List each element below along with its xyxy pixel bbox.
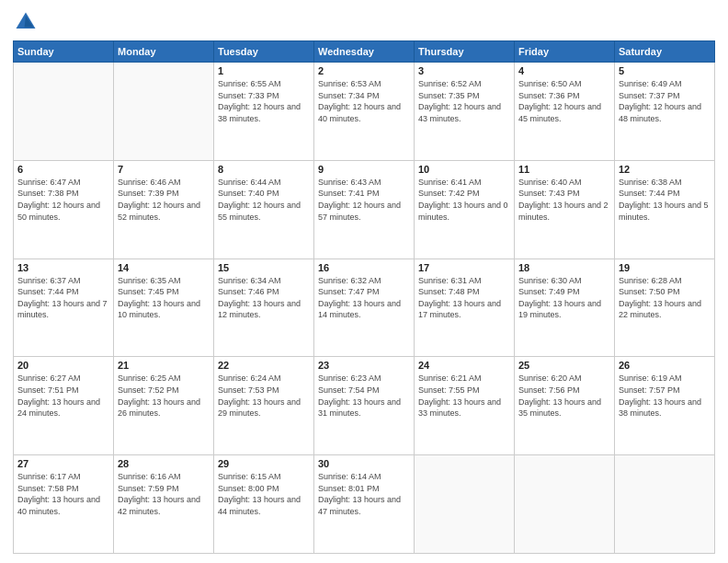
calendar-cell: 28Sunrise: 6:16 AMSunset: 7:59 PMDayligh…: [114, 455, 214, 554]
calendar-cell: 23Sunrise: 6:23 AMSunset: 7:54 PMDayligh…: [314, 357, 415, 455]
day-detail: Sunrise: 6:27 AMSunset: 7:51 PMDaylight:…: [17, 373, 109, 419]
page: SundayMondayTuesdayWednesdayThursdayFrid…: [0, 0, 728, 563]
day-detail: Sunrise: 6:25 AMSunset: 7:52 PMDaylight:…: [118, 373, 210, 419]
weekday-header: Monday: [114, 41, 214, 63]
weekday-header: Wednesday: [314, 41, 415, 63]
calendar-cell: 5Sunrise: 6:49 AMSunset: 7:37 PMDaylight…: [615, 63, 715, 161]
logo-icon: [13, 9, 39, 35]
calendar-cell: 12Sunrise: 6:38 AMSunset: 7:44 PMDayligh…: [615, 160, 715, 259]
calendar-cell: 8Sunrise: 6:44 AMSunset: 7:40 PMDaylight…: [214, 160, 314, 259]
day-number: 11: [518, 164, 610, 175]
header: [13, 9, 715, 35]
weekday-header: Sunday: [14, 41, 114, 63]
calendar-cell: 18Sunrise: 6:30 AMSunset: 7:49 PMDayligh…: [515, 259, 615, 357]
day-detail: Sunrise: 6:30 AMSunset: 7:49 PMDaylight:…: [518, 275, 610, 321]
day-number: 3: [418, 65, 510, 76]
calendar-cell: [615, 455, 715, 554]
day-detail: Sunrise: 6:14 AMSunset: 8:01 PMDaylight:…: [318, 471, 410, 517]
calendar-cell: [515, 455, 615, 554]
day-number: 16: [318, 262, 410, 273]
calendar-cell: 27Sunrise: 6:17 AMSunset: 7:58 PMDayligh…: [14, 455, 114, 554]
day-number: 1: [218, 65, 310, 76]
day-number: 10: [418, 164, 510, 175]
calendar-cell: 29Sunrise: 6:15 AMSunset: 8:00 PMDayligh…: [214, 455, 314, 554]
calendar-cell: [415, 455, 515, 554]
calendar-cell: 25Sunrise: 6:20 AMSunset: 7:56 PMDayligh…: [515, 357, 615, 455]
weekday-header: Thursday: [415, 41, 515, 63]
day-number: 5: [619, 65, 711, 76]
calendar-cell: 14Sunrise: 6:35 AMSunset: 7:45 PMDayligh…: [114, 259, 214, 357]
svg-marker-1: [25, 16, 34, 28]
calendar-cell: 22Sunrise: 6:24 AMSunset: 7:53 PMDayligh…: [214, 357, 314, 455]
day-number: 12: [619, 164, 711, 175]
calendar-cell: 20Sunrise: 6:27 AMSunset: 7:51 PMDayligh…: [14, 357, 114, 455]
day-number: 13: [17, 262, 109, 273]
day-number: 30: [318, 458, 410, 469]
day-number: 18: [518, 262, 610, 273]
calendar-cell: 19Sunrise: 6:28 AMSunset: 7:50 PMDayligh…: [615, 259, 715, 357]
day-detail: Sunrise: 6:28 AMSunset: 7:50 PMDaylight:…: [619, 275, 711, 321]
calendar-cell: 6Sunrise: 6:47 AMSunset: 7:38 PMDaylight…: [14, 160, 114, 259]
calendar-cell: 11Sunrise: 6:40 AMSunset: 7:43 PMDayligh…: [515, 160, 615, 259]
day-detail: Sunrise: 6:44 AMSunset: 7:40 PMDaylight:…: [218, 177, 310, 223]
day-detail: Sunrise: 6:41 AMSunset: 7:42 PMDaylight:…: [418, 177, 510, 223]
calendar-cell: 2Sunrise: 6:53 AMSunset: 7:34 PMDaylight…: [314, 63, 415, 161]
weekday-header: Friday: [515, 41, 615, 63]
day-detail: Sunrise: 6:50 AMSunset: 7:36 PMDaylight:…: [518, 78, 610, 124]
day-detail: Sunrise: 6:53 AMSunset: 7:34 PMDaylight:…: [318, 78, 410, 124]
day-detail: Sunrise: 6:19 AMSunset: 7:57 PMDaylight:…: [619, 373, 711, 419]
day-detail: Sunrise: 6:40 AMSunset: 7:43 PMDaylight:…: [518, 177, 610, 223]
day-detail: Sunrise: 6:21 AMSunset: 7:55 PMDaylight:…: [418, 373, 510, 419]
day-detail: Sunrise: 6:24 AMSunset: 7:53 PMDaylight:…: [218, 373, 310, 419]
day-number: 25: [518, 360, 610, 371]
day-detail: Sunrise: 6:35 AMSunset: 7:45 PMDaylight:…: [118, 275, 210, 321]
day-detail: Sunrise: 6:55 AMSunset: 7:33 PMDaylight:…: [218, 78, 310, 124]
calendar-cell: 4Sunrise: 6:50 AMSunset: 7:36 PMDaylight…: [515, 63, 615, 161]
calendar-table: SundayMondayTuesdayWednesdayThursdayFrid…: [13, 40, 715, 554]
calendar-cell: [14, 63, 114, 161]
day-number: 23: [318, 360, 410, 371]
day-detail: Sunrise: 6:15 AMSunset: 8:00 PMDaylight:…: [218, 471, 310, 517]
day-detail: Sunrise: 6:46 AMSunset: 7:39 PMDaylight:…: [118, 177, 210, 223]
day-detail: Sunrise: 6:23 AMSunset: 7:54 PMDaylight:…: [318, 373, 410, 419]
logo: [13, 9, 42, 35]
day-detail: Sunrise: 6:47 AMSunset: 7:38 PMDaylight:…: [17, 177, 109, 223]
day-number: 21: [118, 360, 210, 371]
day-detail: Sunrise: 6:32 AMSunset: 7:47 PMDaylight:…: [318, 275, 410, 321]
calendar-cell: 1Sunrise: 6:55 AMSunset: 7:33 PMDaylight…: [214, 63, 314, 161]
day-number: 8: [218, 164, 310, 175]
day-number: 2: [318, 65, 410, 76]
day-number: 17: [418, 262, 510, 273]
day-number: 15: [218, 262, 310, 273]
day-number: 26: [619, 360, 711, 371]
weekday-header: Saturday: [615, 41, 715, 63]
weekday-header: Tuesday: [214, 41, 314, 63]
day-number: 6: [17, 164, 109, 175]
day-number: 27: [17, 458, 109, 469]
day-detail: Sunrise: 6:34 AMSunset: 7:46 PMDaylight:…: [218, 275, 310, 321]
calendar-cell: 9Sunrise: 6:43 AMSunset: 7:41 PMDaylight…: [314, 160, 415, 259]
day-number: 29: [218, 458, 310, 469]
day-number: 9: [318, 164, 410, 175]
day-detail: Sunrise: 6:43 AMSunset: 7:41 PMDaylight:…: [318, 177, 410, 223]
calendar-cell: 26Sunrise: 6:19 AMSunset: 7:57 PMDayligh…: [615, 357, 715, 455]
day-number: 22: [218, 360, 310, 371]
day-detail: Sunrise: 6:52 AMSunset: 7:35 PMDaylight:…: [418, 78, 510, 124]
calendar-cell: [114, 63, 214, 161]
day-detail: Sunrise: 6:49 AMSunset: 7:37 PMDaylight:…: [619, 78, 711, 124]
calendar-cell: 15Sunrise: 6:34 AMSunset: 7:46 PMDayligh…: [214, 259, 314, 357]
calendar-cell: 3Sunrise: 6:52 AMSunset: 7:35 PMDaylight…: [415, 63, 515, 161]
calendar-cell: 7Sunrise: 6:46 AMSunset: 7:39 PMDaylight…: [114, 160, 214, 259]
day-detail: Sunrise: 6:37 AMSunset: 7:44 PMDaylight:…: [17, 275, 109, 321]
day-number: 28: [118, 458, 210, 469]
calendar-cell: 17Sunrise: 6:31 AMSunset: 7:48 PMDayligh…: [415, 259, 515, 357]
calendar-cell: 16Sunrise: 6:32 AMSunset: 7:47 PMDayligh…: [314, 259, 415, 357]
day-number: 7: [118, 164, 210, 175]
day-number: 20: [17, 360, 109, 371]
day-detail: Sunrise: 6:31 AMSunset: 7:48 PMDaylight:…: [418, 275, 510, 321]
day-number: 24: [418, 360, 510, 371]
day-detail: Sunrise: 6:16 AMSunset: 7:59 PMDaylight:…: [118, 471, 210, 517]
day-number: 14: [118, 262, 210, 273]
calendar-cell: 10Sunrise: 6:41 AMSunset: 7:42 PMDayligh…: [415, 160, 515, 259]
calendar-cell: 24Sunrise: 6:21 AMSunset: 7:55 PMDayligh…: [415, 357, 515, 455]
